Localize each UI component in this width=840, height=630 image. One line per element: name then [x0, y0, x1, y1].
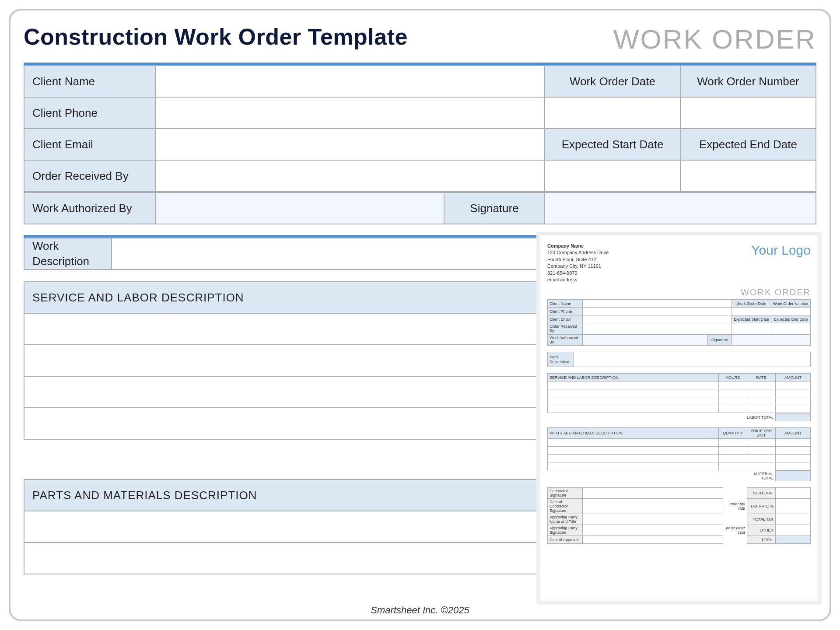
- thumb-work-desc-table: Work Description: [547, 352, 811, 367]
- thumb-exp-start-label: Expected Start Date: [732, 315, 771, 323]
- thumb-email: email address: [547, 276, 609, 283]
- thumb-amount2-header: AMOUNT: [776, 428, 811, 439]
- thumb-total-label: TOTAL: [747, 536, 776, 544]
- expected-start-label: Expected Start Date: [545, 129, 680, 160]
- thumb-work-desc-text: Work Description: [550, 355, 572, 364]
- thumb-amount-header: AMOUNT: [776, 374, 811, 382]
- thumb-work-order-heading: WORK ORDER: [547, 287, 811, 298]
- header: Construction Work Order Template WORK OR…: [24, 24, 816, 55]
- thumb-logo: Your Logo: [751, 243, 811, 283]
- thumb-material-total-row: MATERIAL TOTAL: [547, 470, 811, 481]
- thumb-date-contractor-label: Date of Contractor Signature: [548, 499, 583, 514]
- thumb-parts-header: PARTS AND MATERIALS DESCRIPTION: [548, 428, 719, 439]
- client-email-field[interactable]: [155, 129, 545, 160]
- footer-copyright: Smartsheet Inc. ©2025: [10, 605, 830, 616]
- client-info-table: Client Name Work Order Date Work Order N…: [24, 65, 816, 192]
- thumb-work-auth-label: Work Authorized By: [548, 335, 583, 346]
- order-received-by-field[interactable]: [155, 160, 545, 192]
- thumb-service-header: SERVICE AND LABOR DESCRIPTION: [548, 374, 719, 382]
- thumb-parts-table: PARTS AND MATERIALS DESCRIPTIONQUANTITYP…: [547, 427, 811, 470]
- authorization-table: Work Authorized By Signature: [24, 192, 816, 224]
- thumb-contractor-sig-label: Contractor Signature: [548, 488, 583, 499]
- work-authorized-by-label: Work Authorized By: [24, 192, 155, 224]
- thumb-addr-3: Company City, NY 11101: [547, 263, 609, 270]
- thumb-header: Company Name 123 Company Address Drive F…: [547, 243, 811, 283]
- signature-field[interactable]: [545, 192, 816, 224]
- thumb-company-name: Company Name: [547, 243, 609, 249]
- thumb-addr-2: Fourth Floor, Suite 412: [547, 256, 609, 263]
- thumb-service-table: SERVICE AND LABOR DESCRIPTIONHOURSRATEAM…: [547, 373, 811, 413]
- page-title: Construction Work Order Template: [24, 24, 408, 50]
- thumb-addr-1: 123 Company Address Drive: [547, 249, 609, 256]
- work-description-label-text: Work Description: [32, 238, 103, 269]
- thumb-order-received-label: Order Received By: [548, 323, 583, 334]
- thumb-signoff-table: Contractor SignatureSUBTOTAL Date of Con…: [547, 487, 811, 544]
- thumb-phone: 321-654-9870: [547, 270, 609, 276]
- thumb-client-table: Client NameWork Order DateWork Order Num…: [547, 299, 811, 334]
- work-authorized-by-field[interactable]: [155, 192, 444, 224]
- client-email-label: Client Email: [24, 129, 155, 160]
- thumb-wo-date-label: Work Order Date: [732, 300, 771, 308]
- thumb-material-total-label: MATERIAL TOTAL: [741, 471, 776, 481]
- client-name-label: Client Name: [24, 66, 155, 97]
- thumb-labor-total-label: LABOR TOTAL: [741, 413, 776, 421]
- template-thumbnail: Company Name 123 Company Address Drive F…: [539, 234, 819, 602]
- expected-end-field[interactable]: [680, 160, 816, 192]
- thumb-date-approval-label: Date of Approval: [548, 536, 583, 544]
- thumb-work-desc-label: Work Description: [548, 352, 574, 367]
- thumb-auth-table: Work Authorized BySignature: [547, 334, 811, 346]
- thumb-exp-end-label: Expected End Date: [771, 315, 811, 323]
- work-order-number-field[interactable]: [680, 97, 816, 129]
- thumb-subtotal-label: SUBTOTAL: [747, 488, 776, 499]
- thumb-total-tax-label: TOTAL TAX: [747, 514, 776, 525]
- thumb-other-label: OTHER: [747, 525, 776, 536]
- order-received-by-label: Order Received By: [24, 160, 155, 192]
- thumb-client-email-label: Client Email: [548, 315, 583, 323]
- signature-label: Signature: [444, 192, 545, 224]
- thumb-approving-name-label: Approving Party Name and Title: [548, 514, 583, 525]
- document-page: Construction Work Order Template WORK OR…: [9, 9, 831, 621]
- thumb-rate-header: RATE: [747, 374, 776, 382]
- work-description-label: Work Description: [24, 238, 112, 270]
- thumb-wo-number-label: Work Order Number: [771, 300, 811, 308]
- thumb-labor-total-row: LABOR TOTAL: [547, 413, 811, 421]
- work-order-date-field[interactable]: [545, 97, 680, 129]
- thumb-tax-rate-label: TAX RATE %: [747, 499, 776, 514]
- expected-start-field[interactable]: [545, 160, 680, 192]
- thumb-client-phone-label: Client Phone: [548, 308, 583, 315]
- thumb-hours-header: HOURS: [719, 374, 747, 382]
- thumb-company-block: Company Name 123 Company Address Drive F…: [547, 243, 609, 283]
- client-phone-field[interactable]: [155, 97, 545, 129]
- client-name-field[interactable]: [155, 66, 545, 97]
- thumb-enter-tax-label: enter tax rate: [723, 499, 747, 514]
- thumb-enter-other-label: enter other cost: [723, 525, 747, 536]
- client-phone-label: Client Phone: [24, 97, 155, 129]
- thumb-quantity-header: QUANTITY: [719, 428, 747, 439]
- thumb-ppu-header: PRICE PER UNIT: [747, 428, 776, 439]
- thumb-client-name-label: Client Name: [548, 300, 583, 308]
- thumb-approving-sig-label: Approving Party Signature: [548, 525, 583, 536]
- work-order-date-label: Work Order Date: [545, 66, 680, 97]
- work-order-heading: WORK ORDER: [613, 24, 816, 55]
- thumb-signature-label: Signature: [708, 335, 732, 346]
- work-order-number-label: Work Order Number: [680, 66, 816, 97]
- expected-end-label: Expected End Date: [680, 129, 816, 160]
